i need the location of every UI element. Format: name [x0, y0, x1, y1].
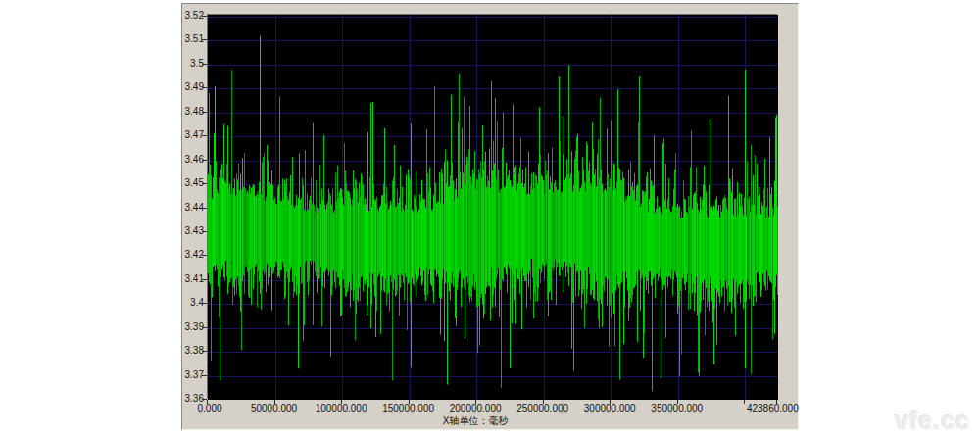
y-tick-label: 3.45	[182, 178, 204, 188]
x-tick-label: 150000.000	[382, 403, 434, 413]
y-tick-label: 3.52	[182, 11, 204, 21]
x-tick-label: 200000.000	[450, 403, 502, 413]
y-tick-label: 3.48	[182, 107, 204, 117]
screenshot-page: 3.523.513.53.493.483.473.463.453.443.433…	[0, 0, 980, 437]
waveform-window: 3.523.513.53.493.483.473.463.453.443.433…	[181, 3, 799, 430]
waveform-canvas[interactable]	[208, 15, 778, 400]
vfe-watermark: vfe.cc	[895, 407, 970, 435]
y-tick-label: 3.42	[182, 250, 204, 260]
x-tick-label: 250000.000	[516, 403, 568, 413]
y-tick-label: 3.37	[182, 370, 204, 380]
x-tick-label: 100000.000	[316, 403, 368, 413]
y-tick-label: 3.41	[182, 274, 204, 284]
y-tick-label: 3.38	[182, 346, 204, 356]
y-tick-label: 3.5	[182, 59, 204, 69]
x-tick-label: 50000.000	[251, 403, 297, 413]
x-axis-unit-label: X轴单位：毫秒	[443, 414, 509, 428]
y-tick-label: 3.44	[182, 203, 204, 213]
x-tick-label: 350000.000	[651, 403, 703, 413]
x-tick-label: 300000.000	[584, 403, 636, 413]
y-tick-label: 3.4	[182, 298, 204, 308]
y-tick-label: 3.47	[182, 130, 204, 140]
y-tick-label: 3.43	[182, 226, 204, 236]
x-tick-label: 423860.000	[747, 403, 799, 413]
y-tick-label: 3.51	[182, 34, 204, 44]
plot-area[interactable]	[207, 14, 777, 399]
x-tick-label: 0.000	[197, 403, 221, 413]
y-tick-label: 3.46	[182, 155, 204, 165]
y-tick-label: 3.39	[182, 322, 204, 332]
y-tick-label: 3.49	[182, 82, 204, 92]
x-tick-mark	[744, 400, 745, 404]
